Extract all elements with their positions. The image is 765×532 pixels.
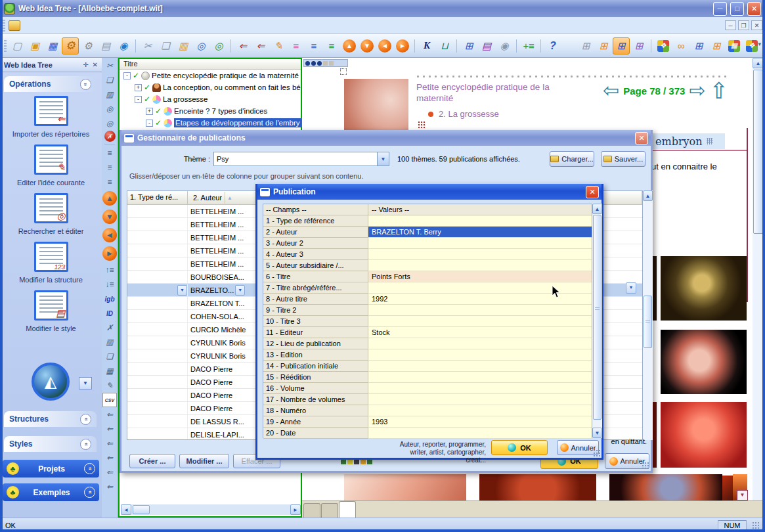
- copy-icon[interactable]: ❏: [157, 37, 174, 55]
- export-table-icon[interactable]: ⇐: [102, 451, 117, 465]
- maximize-button[interactable]: □: [730, 2, 744, 16]
- windows-flag-icon[interactable]: ❖: [746, 40, 758, 52]
- window-arrange-1-icon[interactable]: ⊞: [690, 37, 707, 55]
- toolbar-icon[interactable]: [228, 37, 234, 55]
- menu-item[interactable]: [45, 24, 56, 28]
- scrollbar-thumb[interactable]: [133, 505, 150, 514]
- scroll-up-icon[interactable]: ▲: [592, 204, 602, 214]
- menu-item[interactable]: [140, 24, 150, 28]
- menu-item[interactable]: [24, 24, 35, 28]
- scrollbar-thumb[interactable]: [644, 296, 652, 348]
- table-grid-icon[interactable]: ▦: [102, 364, 117, 378]
- save-icon[interactable]: ▦: [44, 37, 61, 55]
- theme-select[interactable]: Psy ▼: [213, 152, 389, 166]
- list-move-up-icon[interactable]: ↑≡: [102, 263, 117, 277]
- export-folder-icon[interactable]: ⇐: [102, 436, 117, 451]
- list-add-2-icon[interactable]: ≡: [102, 160, 117, 175]
- toolbar-grip[interactable]: [3, 20, 5, 32]
- preview-eye-icon[interactable]: ◉: [496, 37, 513, 55]
- values-column-header[interactable]: -- Valeurs --: [368, 204, 592, 215]
- tree-horizontal-scrollbar[interactable]: ◄ ►: [121, 504, 301, 515]
- export-document-icon[interactable]: ⇐: [102, 422, 117, 436]
- publication-field-row[interactable]: 2 - Auteur BRAZELTON T. Berry: [263, 227, 592, 238]
- publication-field-row[interactable]: 16 - Volume: [263, 383, 592, 394]
- publication-field-row[interactable]: 4 - Auteur 3: [263, 249, 592, 260]
- menu-item[interactable]: [98, 24, 108, 28]
- tree-item[interactable]: - ✓ Petite encyclopédie pratique de la m…: [120, 70, 301, 81]
- puzzle-icon[interactable]: ▦: [728, 40, 740, 52]
- export-browser-icon[interactable]: ⇐: [102, 479, 117, 494]
- minimize-button[interactable]: ─: [713, 2, 727, 16]
- toolbar-icon[interactable]: [412, 37, 418, 55]
- section-exemples[interactable]: ♣ Exemples »: [3, 483, 99, 501]
- move-down-icon[interactable]: ▼: [102, 210, 117, 224]
- search-replace-icon[interactable]: ◎: [210, 37, 227, 55]
- view-tab[interactable]: [321, 503, 338, 518]
- modify-button[interactable]: Modifier ...: [179, 454, 229, 468]
- globe-dropdown-button[interactable]: ▼: [79, 377, 92, 389]
- publication-field-row[interactable]: 1 - Type de référence: [263, 215, 592, 227]
- create-button[interactable]: Créer ...: [129, 454, 175, 468]
- web-export-globe-icon[interactable]: ◭: [32, 363, 70, 401]
- scroll-up-icon[interactable]: ▲: [753, 58, 764, 68]
- list-add-icon[interactable]: ≡: [102, 146, 117, 160]
- scrollbar-thumb[interactable]: [753, 70, 763, 234]
- delete-icon[interactable]: ✗: [104, 131, 116, 142]
- chevron-down-icon[interactable]: ▼: [377, 152, 389, 166]
- load-button[interactable]: Charger...: [550, 151, 594, 167]
- id-icon[interactable]: ID: [102, 306, 117, 321]
- move-left-icon[interactable]: ◄: [102, 228, 117, 242]
- delete-html-icon[interactable]: ✗: [102, 321, 117, 335]
- operation-edit-style[interactable]: ▤ Modifier le style: [0, 290, 102, 332]
- column-header-type[interactable]: 1. Type de ré...: [127, 191, 188, 204]
- close-button[interactable]: ✕: [747, 2, 761, 16]
- chevron-up-icon[interactable]: »: [84, 487, 95, 498]
- toolbar-icon[interactable]: [454, 37, 460, 55]
- tree-item[interactable]: + ✓ Enceinte ? 7 types d'indices: [120, 105, 301, 117]
- publication-field-row[interactable]: 19 - Année 1993: [263, 416, 592, 428]
- move-left-icon[interactable]: ◄: [378, 39, 391, 53]
- scroll-up-icon[interactable]: ▲: [643, 190, 653, 201]
- section-projets[interactable]: ♣ Projets »: [3, 460, 99, 477]
- open-folder-icon[interactable]: ▣: [26, 37, 43, 55]
- publication-field-row[interactable]: 8 - Autre titre 1992: [263, 294, 592, 305]
- search-icon[interactable]: ◎: [102, 102, 117, 116]
- previous-page-icon[interactable]: ⇦: [603, 81, 619, 100]
- move-down-icon[interactable]: ▼: [361, 39, 374, 53]
- list-move-down-icon[interactable]: ↓≡: [102, 277, 117, 292]
- scroll-down-icon[interactable]: ▼: [592, 428, 602, 438]
- import-pages-icon[interactable]: ⇐: [234, 37, 251, 55]
- menu-item[interactable]: [87, 24, 98, 28]
- tree-expander-icon[interactable]: -: [146, 120, 153, 127]
- publication-field-row[interactable]: 20 - Date: [263, 428, 592, 439]
- toolbar-icon[interactable]: [514, 37, 519, 55]
- publication-field-row[interactable]: 18 - Numéro: [263, 405, 592, 416]
- publication-field-row[interactable]: 3 - Auteur 2: [263, 238, 592, 249]
- copy-special-icon[interactable]: ❏: [102, 349, 117, 364]
- cut-icon[interactable]: ✂: [102, 58, 117, 73]
- tree-expander-icon[interactable]: -: [135, 96, 142, 103]
- menu-item[interactable]: [77, 24, 87, 28]
- menu-item[interactable]: [119, 24, 129, 28]
- mdi-minimize-button[interactable]: ─: [725, 20, 736, 30]
- igb-icon[interactable]: igb: [102, 292, 117, 306]
- publication-field-row[interactable]: 15 - Réédition: [263, 372, 592, 383]
- add-idea-icon[interactable]: +≡: [520, 37, 537, 55]
- view-tab[interactable]: [339, 501, 356, 518]
- link-pages-icon[interactable]: ∞: [672, 37, 689, 55]
- toolbar-overflow-icon[interactable]: ▾: [758, 41, 761, 47]
- page-up-icon[interactable]: ⇧: [710, 81, 729, 100]
- chevron-up-icon[interactable]: »: [80, 414, 91, 425]
- column-header-author[interactable]: 2. Auteur▲: [188, 191, 262, 204]
- chevron-down-icon[interactable]: ▼: [626, 282, 636, 294]
- close-panel-icon[interactable]: ✕: [93, 61, 98, 68]
- view-tab[interactable]: [303, 503, 320, 518]
- resize-grip[interactable]: [593, 449, 601, 457]
- publication-field-row[interactable]: 7 - Titre abrégé/référe...: [263, 282, 592, 294]
- paste-icon[interactable]: ▥: [175, 37, 192, 55]
- section-styles[interactable]: Styles »: [4, 436, 97, 452]
- window-layout-1-icon[interactable]: ⊞: [577, 37, 594, 55]
- publication-field-row[interactable]: 6 - Titre Points Forts: [263, 271, 592, 282]
- toolbar-grip[interactable]: [4, 40, 7, 52]
- scroll-right-icon[interactable]: ►: [290, 504, 301, 515]
